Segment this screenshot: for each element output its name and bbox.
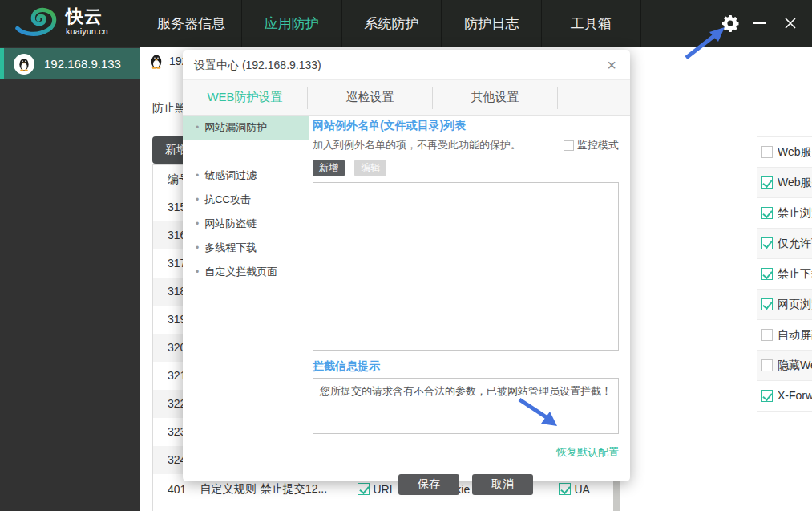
menu-item-vulnerability[interactable]: 网站漏洞防护 <box>183 116 309 140</box>
checkbox-checked-icon[interactable] <box>761 390 773 402</box>
brand-name: 快云 <box>66 8 108 26</box>
rule-id: 401 <box>153 483 200 496</box>
item-label: 自动屏蔽扫描器 <box>778 328 812 343</box>
server-ip-label: 192.168.9.133 <box>44 57 121 71</box>
menu-item-multithread-download[interactable]: 多线程下载 <box>183 236 309 260</box>
checkbox-unchecked-icon[interactable] <box>564 140 574 151</box>
edit-button-disabled[interactable]: 编辑 <box>354 160 386 176</box>
nav-system-protect[interactable]: 系统防护 <box>341 0 442 47</box>
list-item[interactable]: 隐藏WebServer版本信息设置 <box>757 351 812 381</box>
sidebar-item-server[interactable]: 192.168.9.133 <box>0 48 140 79</box>
cancel-button[interactable]: 取消 <box>472 474 533 495</box>
exception-list-box[interactable] <box>313 182 619 351</box>
checkbox-checked-icon[interactable] <box>761 207 773 219</box>
protection-items-list: Web服务器溢出攻击防护 Web服务器文件名解析漏洞防护 禁止浏览畸形文件 仅允… <box>757 136 812 412</box>
minimize-button[interactable] <box>749 0 771 47</box>
monitor-mode-label: 监控模式 <box>577 138 619 152</box>
list-item[interactable]: Web服务器文件名解析漏洞防护 <box>757 168 812 198</box>
tab-inspection[interactable]: 巡检设置 <box>308 90 432 105</box>
dialog-title: 设置中心 (192.168.9.133) <box>183 50 630 80</box>
block-message-title: 拦截信息提示 <box>313 359 619 374</box>
block-message-textarea[interactable]: 您所提交的请求含有不合法的参数，已被网站管理员设置拦截！ <box>313 378 619 434</box>
minimize-icon <box>753 22 766 24</box>
list-item[interactable]: 网页浏览实时防护设置 <box>757 290 812 320</box>
close-icon: × <box>607 56 616 75</box>
list-item[interactable]: 禁止下载特定类型文件设置 <box>757 259 812 290</box>
restore-default-link[interactable]: 恢复默认配置 <box>556 446 619 458</box>
tab-web-protect[interactable]: WEB防护设置 <box>183 90 307 105</box>
checkbox-unchecked-icon[interactable] <box>761 146 773 158</box>
menu-item-custom-block-page[interactable]: 自定义拦截页面 <box>183 260 309 284</box>
tab-other[interactable]: 其他设置 <box>433 90 557 105</box>
rule-type: 自定义规则 <box>200 482 261 497</box>
tux-icon <box>148 53 164 69</box>
settings-dialog: 设置中心 (192.168.9.133) × WEB防护设置 巡检设置 其他设置… <box>183 50 630 481</box>
nav-protect-log[interactable]: 防护日志 <box>441 0 541 47</box>
close-button[interactable] <box>776 0 805 47</box>
item-label: Web服务器溢出攻击防护 <box>778 145 812 160</box>
checkbox-checked-icon[interactable] <box>761 298 773 310</box>
brand-domain: kuaiyun.cn <box>66 27 108 36</box>
item-label: 隐藏WebServer版本信息 <box>778 359 812 373</box>
item-label: 禁止下载特定类型文件 <box>778 267 812 282</box>
dialog-tabs: WEB防护设置 巡检设置 其他设置 <box>183 80 630 116</box>
checkbox-unchecked-icon[interactable] <box>761 359 773 371</box>
settings-gear-button[interactable] <box>718 0 742 47</box>
menu-item-anti-cc[interactable]: 抗CC攻击 <box>183 188 309 212</box>
exception-list-title: 网站例外名单(文件或目录)列表 <box>313 119 619 133</box>
save-button[interactable]: 保存 <box>398 474 459 495</box>
item-label: Web服务器文件名解析漏洞防护 <box>778 176 812 190</box>
nav-toolbox[interactable]: 工具箱 <box>541 0 641 47</box>
list-item[interactable]: 自动屏蔽扫描器 <box>757 320 812 351</box>
menu-item-anti-leech[interactable]: 网站防盗链 <box>183 212 309 236</box>
checkbox-checked-icon[interactable] <box>761 268 773 280</box>
tux-icon <box>14 54 34 75</box>
item-label: X-Forwarded-For防护 <box>778 389 812 404</box>
close-icon <box>784 17 797 30</box>
gear-icon <box>721 14 740 33</box>
checkbox-checked-icon[interactable] <box>761 237 773 249</box>
tab-separator <box>557 87 558 109</box>
item-label: 禁止浏览畸形文件 <box>778 206 812 221</box>
item-label: 网页浏览实时防护 <box>778 298 812 312</box>
menu-item-sensitive-words[interactable]: 敏感词过滤 <box>183 164 309 188</box>
app-logo: 快云 kuaiyun.cn <box>14 5 108 39</box>
checkbox-checked-icon[interactable] <box>761 176 773 189</box>
nav-app-protect[interactable]: 应用防护 <box>241 0 341 47</box>
server-sidebar: 192.168.9.133 <box>0 47 140 511</box>
dialog-close-button[interactable]: × <box>601 55 622 75</box>
nav-server-info[interactable]: 服务器信息 <box>141 0 241 47</box>
dialog-content: 网站例外名单(文件或目录)列表 加入到例外名单的项，不再受此功能的保护。 监控模… <box>313 116 619 481</box>
item-label: 仅允许下列请求类型 <box>778 237 812 251</box>
list-item[interactable]: Web服务器溢出攻击防护 <box>757 137 812 168</box>
list-item[interactable]: 禁止浏览畸形文件 <box>757 198 812 229</box>
title-bar: 快云 kuaiyun.cn 服务器信息 应用防护 系统防护 防护日志 工具箱 <box>0 0 812 47</box>
kuaiyun-swirl-icon <box>14 5 59 39</box>
monitor-mode-checkbox[interactable]: 监控模式 <box>564 138 619 152</box>
checkbox-unchecked-icon[interactable] <box>761 329 773 341</box>
list-item[interactable]: 仅允许下列请求类型设置 <box>757 229 812 259</box>
dialog-menu: 网站漏洞防护 敏感词过滤 抗CC攻击 网站防盗链 多线程下载 自定义拦截页面 <box>183 116 309 481</box>
add-button[interactable]: 新增 <box>313 160 345 176</box>
main-nav: 服务器信息 应用防护 系统防护 防护日志 工具箱 <box>141 0 641 47</box>
list-item[interactable]: X-Forwarded-For防护 <box>757 381 812 412</box>
exception-list-hint: 加入到例外名单的项，不再受此功能的保护。 <box>313 138 521 152</box>
